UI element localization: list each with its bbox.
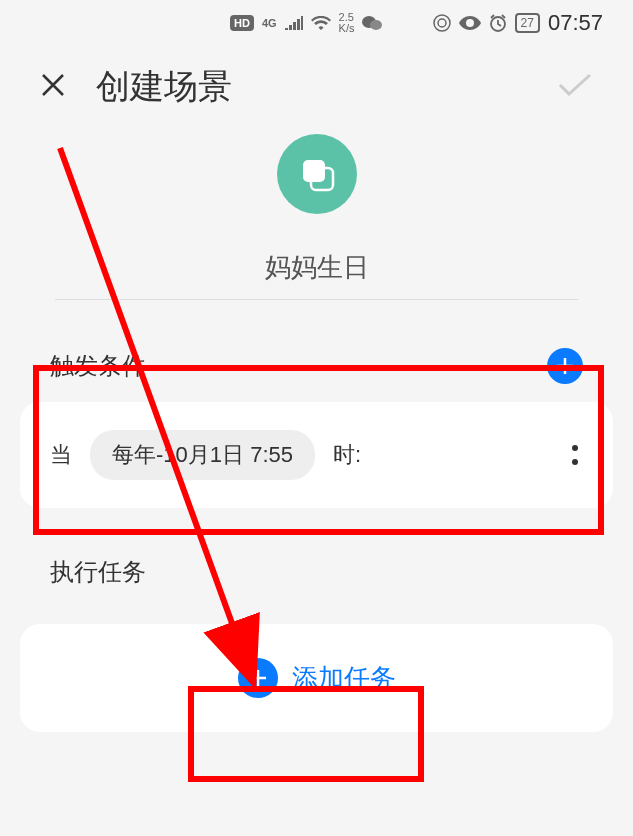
scene-icon[interactable] xyxy=(277,134,357,214)
svg-rect-4 xyxy=(303,160,325,182)
add-trigger-button[interactable] xyxy=(547,348,583,384)
scene-name-text: 妈妈生日 xyxy=(265,252,369,282)
net-speed: 2.5 K/s xyxy=(339,12,355,34)
trigger-suffix-label: 时: xyxy=(333,440,361,470)
plus-icon xyxy=(238,658,278,698)
signal-icon xyxy=(285,16,303,30)
trigger-chip[interactable]: 每年-10月1日 7:55 xyxy=(90,430,315,480)
svg-point-6 xyxy=(572,445,578,451)
task-section: 执行任务 添加任务 xyxy=(0,556,633,732)
svg-point-2 xyxy=(434,15,450,31)
status-bar: HD 4G 2.5 K/s 27 07:57 xyxy=(0,0,633,44)
wifi-icon xyxy=(311,16,331,30)
trigger-section: 触发条件 当 每年-10月1日 7:55 时: xyxy=(0,348,633,508)
confirm-icon[interactable] xyxy=(557,72,593,102)
sync-icon xyxy=(433,14,451,32)
add-task-button[interactable]: 添加任务 xyxy=(20,624,613,732)
scene-name-input[interactable]: 妈妈生日 xyxy=(55,250,578,300)
add-task-label: 添加任务 xyxy=(292,661,396,696)
network-gen: 4G xyxy=(262,17,277,29)
eye-icon xyxy=(459,16,481,30)
clock: 07:57 xyxy=(548,10,603,36)
trigger-when-label: 当 xyxy=(50,440,72,470)
hd-badge: HD xyxy=(230,15,254,31)
page-title: 创建场景 xyxy=(96,64,557,110)
close-icon[interactable] xyxy=(40,69,66,106)
scene-section: 妈妈生日 xyxy=(0,134,633,300)
header: 创建场景 xyxy=(0,44,633,134)
wechat-icon xyxy=(362,15,382,31)
trigger-title: 触发条件 xyxy=(50,350,146,382)
svg-point-1 xyxy=(370,20,382,30)
kebab-icon[interactable] xyxy=(567,440,583,470)
battery-indicator: 27 xyxy=(515,13,540,33)
task-title: 执行任务 xyxy=(50,556,146,588)
trigger-card: 当 每年-10月1日 7:55 时: xyxy=(20,402,613,508)
svg-point-7 xyxy=(572,459,578,465)
alarm-icon xyxy=(489,14,507,32)
